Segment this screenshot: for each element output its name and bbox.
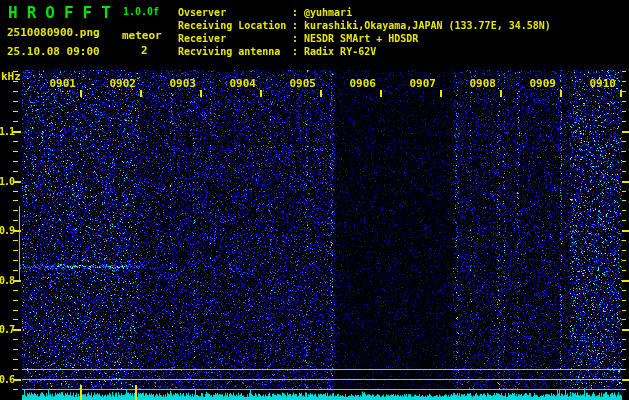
x-axis-label-0902: 0902 xyxy=(108,77,136,90)
y-axis-label-0.6: 0.6 xyxy=(0,374,14,385)
info-row-receiver: Receiver : NESDR SMArt + HDSDR xyxy=(178,32,551,45)
info-row-observer: Ovserver : @yuhmari xyxy=(178,6,551,19)
antenna-value: Radix RY-62V xyxy=(304,45,376,58)
location-value: kurashiki,Okayama,JAPAN (133.77E, 34.58N… xyxy=(304,19,551,32)
observation-datetime: 25.10.08 09:00 xyxy=(7,45,100,58)
separator: : xyxy=(292,6,304,19)
x-axis-label-0907: 0907 xyxy=(408,77,436,90)
x-axis-label-0910: 0910 xyxy=(588,77,616,90)
separator: : xyxy=(292,19,304,32)
y-axis-label-0.8: 0.8 xyxy=(0,275,14,286)
observer-value: @yuhmari xyxy=(304,6,352,19)
app-version: 1.0.0f xyxy=(123,6,159,17)
x-axis-label-0901: 0901 xyxy=(48,77,76,90)
receiver-value: NESDR SMArt + HDSDR xyxy=(304,32,418,45)
x-axis-label-0905: 0905 xyxy=(288,77,316,90)
x-axis-label-0903: 0903 xyxy=(168,77,196,90)
x-axis-label-0906: 0906 xyxy=(348,77,376,90)
observer-label: Ovserver xyxy=(178,6,292,19)
x-axis-label-0904: 0904 xyxy=(228,77,256,90)
x-axis-label-0908: 0908 xyxy=(468,77,496,90)
meteor-count: 2 xyxy=(141,44,148,57)
y-axis-label-1.0: 1.0 xyxy=(0,176,14,187)
observer-info-block: Ovserver : @yuhmari Receiving Location :… xyxy=(178,6,551,58)
output-filename: 2510080900.png xyxy=(7,26,100,39)
hrofft-screen: HROFFT 1.0.0f 2510080900.png meteor 2 25… xyxy=(0,0,629,400)
app-title: HROFFT xyxy=(8,3,120,22)
separator: : xyxy=(292,32,304,45)
x-axis-label-0909: 0909 xyxy=(528,77,556,90)
info-row-antenna: Recviving antenna : Radix RY-62V xyxy=(178,45,551,58)
location-label: Receiving Location xyxy=(178,19,292,32)
y-axis-unit-label: kHz xyxy=(1,70,21,83)
y-axis-label-0.7: 0.7 xyxy=(0,324,14,335)
separator: : xyxy=(292,45,304,58)
info-row-location: Receiving Location : kurashiki,Okayama,J… xyxy=(178,19,551,32)
antenna-label: Recviving antenna xyxy=(178,45,292,58)
y-axis-label-1.1: 1.1 xyxy=(0,126,14,137)
y-axis-label-0.9: 0.9 xyxy=(0,225,14,236)
meteor-mode-label: meteor xyxy=(122,29,162,42)
spectrogram-canvas xyxy=(0,0,629,400)
receiver-label: Receiver xyxy=(178,32,292,45)
